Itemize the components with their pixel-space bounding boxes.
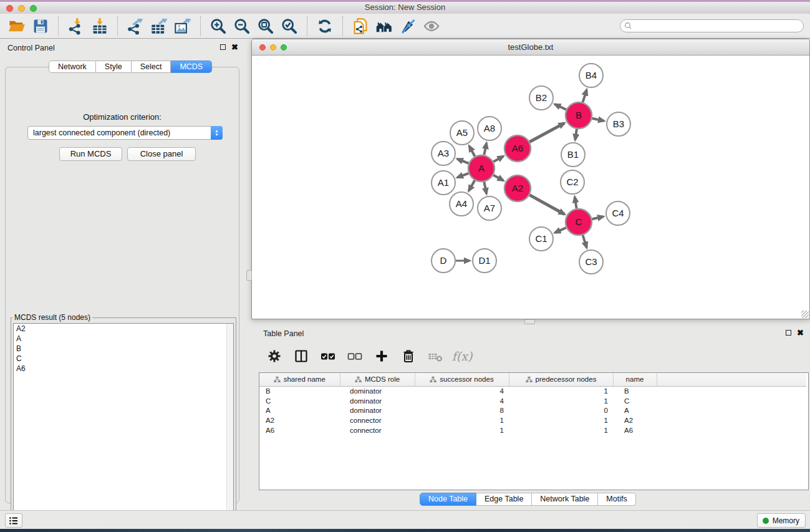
graph-edge-A-A7[interactable] bbox=[484, 182, 486, 194]
network-window-title: testGlobe.txt bbox=[252, 39, 809, 55]
graph-edge-C-C4[interactable] bbox=[592, 216, 603, 219]
network-window-titlebar[interactable]: testGlobe.txt bbox=[252, 39, 809, 56]
column-header-name[interactable]: name bbox=[613, 373, 657, 386]
checked-boxes-icon bbox=[321, 349, 335, 364]
clone-network-button[interactable] bbox=[349, 16, 372, 37]
network-canvas[interactable]: B4B2BB3A5A8A6B1A3AC2A1A2A4A7C4CC1C3DD1 bbox=[252, 56, 809, 319]
zoom-window-button[interactable] bbox=[30, 5, 37, 12]
table-row[interactable]: Bdominator41B bbox=[259, 386, 806, 396]
mcds-result-item[interactable]: C bbox=[14, 354, 233, 364]
tab-edge-table[interactable]: Edge Table bbox=[476, 493, 532, 506]
float-table-panel-icon[interactable] bbox=[786, 330, 791, 336]
function-builder-button[interactable]: f(x) bbox=[453, 347, 471, 365]
network-window-controls[interactable] bbox=[259, 44, 287, 51]
show-hide-button[interactable] bbox=[420, 16, 443, 37]
save-session-button[interactable] bbox=[29, 16, 52, 37]
tab-node-table[interactable]: Node Table bbox=[420, 493, 476, 506]
graph-edge-A-A4[interactable] bbox=[469, 180, 475, 191]
table-row[interactable]: Adominator80A bbox=[259, 405, 806, 415]
mcds-result-item[interactable]: A6 bbox=[14, 364, 233, 374]
refresh-button[interactable] bbox=[313, 16, 337, 37]
tab-network-table[interactable]: Network Table bbox=[532, 493, 598, 506]
zoom-selected-button[interactable] bbox=[277, 16, 301, 37]
minimize-window-button[interactable] bbox=[18, 5, 25, 12]
mcds-result-item[interactable]: B bbox=[14, 344, 233, 354]
window-resize-handle[interactable] bbox=[801, 311, 809, 318]
tab-mcds[interactable]: MCDS bbox=[171, 60, 212, 73]
graph-edge-B-B1[interactable] bbox=[575, 129, 576, 140]
table-row[interactable]: Cdominator41C bbox=[259, 396, 806, 406]
export-table-button[interactable] bbox=[147, 16, 171, 37]
column-header-successor-nodes[interactable]: successor nodes bbox=[415, 373, 509, 386]
export-image-icon bbox=[174, 17, 191, 35]
close-panel-button[interactable]: Close panel bbox=[127, 147, 196, 161]
close-table-panel-icon[interactable]: ✖ bbox=[797, 329, 804, 336]
graph-edge-C-C3[interactable] bbox=[583, 235, 587, 248]
graph-edge-B-B3[interactable] bbox=[592, 118, 604, 121]
deselect-all-button[interactable] bbox=[346, 347, 364, 365]
column-header-predecessor-nodes[interactable]: predecessor nodes bbox=[509, 373, 613, 386]
graph-edge-A2-C[interactable] bbox=[529, 195, 564, 215]
network-graph[interactable]: B4B2BB3A5A8A6B1A3AC2A1A2A4A7C4CC1C3DD1 bbox=[252, 56, 809, 319]
close-window-button[interactable] bbox=[6, 5, 13, 12]
tab-network[interactable]: Network bbox=[49, 60, 96, 73]
mcds-result-item[interactable]: A2 bbox=[14, 324, 233, 334]
window-controls[interactable] bbox=[6, 5, 37, 12]
tab-style[interactable]: Style bbox=[96, 60, 132, 73]
mcds-result-item[interactable]: A bbox=[14, 334, 233, 344]
toolbar-separator bbox=[200, 16, 201, 36]
search-box[interactable] bbox=[620, 19, 804, 32]
memory-button[interactable]: Memory bbox=[757, 513, 806, 528]
graph-edge-A-A3[interactable] bbox=[457, 159, 468, 163]
mcds-result-list[interactable]: A2ABCA6 bbox=[13, 323, 234, 522]
result-list-scrollbar[interactable] bbox=[226, 324, 233, 521]
table-row[interactable]: A6connector11A6 bbox=[259, 425, 806, 435]
close-panel-icon[interactable]: ✖ bbox=[231, 44, 238, 51]
graph-edge-B-B4[interactable] bbox=[583, 90, 587, 102]
tab-motifs[interactable]: Motifs bbox=[598, 493, 635, 506]
table-settings-button[interactable] bbox=[266, 347, 283, 365]
column-visibility-button[interactable] bbox=[292, 347, 310, 365]
column-header-mcds-role[interactable]: MCDS role bbox=[340, 373, 415, 386]
hide-graphics-details-button[interactable] bbox=[396, 16, 420, 37]
select-all-button[interactable] bbox=[319, 347, 337, 365]
search-input[interactable] bbox=[632, 21, 803, 31]
graph-edge-C-C2[interactable] bbox=[575, 197, 577, 209]
graph-edge-A-A6[interactable] bbox=[493, 157, 503, 162]
import-network-button[interactable] bbox=[64, 16, 88, 37]
graph-edge-B-B2[interactable] bbox=[555, 104, 566, 110]
search-icon bbox=[624, 22, 632, 30]
minimize-network-button[interactable] bbox=[270, 44, 276, 51]
float-panel-icon[interactable] bbox=[220, 44, 226, 50]
close-network-button[interactable] bbox=[259, 44, 266, 51]
graph-edge-A-A8[interactable] bbox=[484, 143, 486, 155]
delete-table-button[interactable] bbox=[427, 347, 444, 365]
graph-edge-A-A5[interactable] bbox=[469, 146, 475, 157]
column-header-shared-name[interactable]: shared name bbox=[259, 373, 340, 386]
table-row[interactable]: A2connector11A2 bbox=[259, 415, 806, 425]
delete-column-button[interactable] bbox=[400, 347, 417, 365]
graph-edge-A-A2[interactable] bbox=[493, 175, 503, 181]
run-mcds-button[interactable]: Run MCDS bbox=[59, 147, 122, 161]
task-history-button[interactable] bbox=[5, 513, 22, 528]
tab-select[interactable]: Select bbox=[132, 60, 171, 73]
add-column-button[interactable] bbox=[373, 347, 390, 365]
export-network-button[interactable] bbox=[123, 16, 147, 37]
graph-node-label: B4 bbox=[586, 70, 597, 80]
vertical-splitter-grip[interactable] bbox=[246, 270, 252, 281]
graph-node-label: C2 bbox=[566, 177, 578, 187]
zoom-network-button[interactable] bbox=[281, 44, 287, 51]
graph-edge-A-A1[interactable] bbox=[457, 173, 468, 178]
graph-edge-A6-B[interactable] bbox=[529, 123, 564, 142]
window-titlebar: Session: New Session bbox=[0, 0, 810, 14]
zoom-in-button[interactable] bbox=[206, 16, 230, 37]
zoom-out-button[interactable] bbox=[230, 16, 254, 37]
import-table-button[interactable] bbox=[88, 16, 112, 37]
optimization-criterion-select[interactable]: largest connected component (directed) ▲… bbox=[27, 126, 223, 140]
export-image-button[interactable] bbox=[171, 16, 195, 37]
horizontal-splitter-grip[interactable] bbox=[524, 319, 535, 324]
open-session-button[interactable] bbox=[5, 16, 29, 37]
graph-edge-C-C1[interactable] bbox=[555, 228, 566, 233]
zoom-fit-button[interactable] bbox=[254, 16, 277, 37]
cybrowser-button[interactable] bbox=[372, 16, 396, 37]
